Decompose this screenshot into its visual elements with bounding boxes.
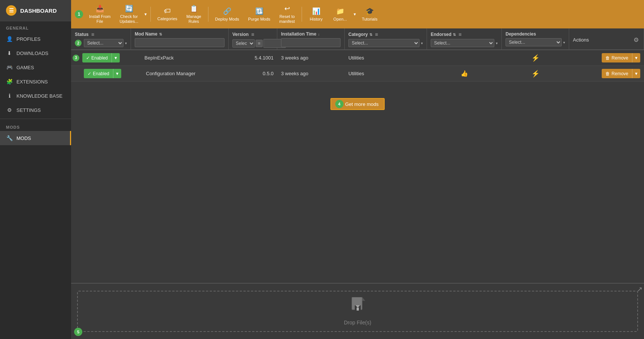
main-content: 1 📥 Install FromFile 🔄 Check forUpdates.… [71, 0, 644, 339]
td-installtime-1: 3 weeks ago [277, 53, 345, 63]
th-installtime-sort: ↓ [318, 32, 320, 36]
remove-button-2[interactable]: 🗑 Remove [602, 69, 632, 78]
remove-wrapper-1: 🗑 Remove ▾ [602, 53, 640, 62]
td-status-1: ✓ Enabled ▾ [81, 51, 141, 65]
th-dependencies-label: Dependencies [506, 31, 536, 37]
reset-to-manifest-icon: ↩ [284, 4, 290, 13]
sidebar-item-extensions[interactable]: 🧩 EXTENSIONS [0, 74, 71, 89]
th-version-filter-icon[interactable]: ≡ [250, 31, 255, 37]
enabled-wrapper-2: ✓ Enabled ▾ [84, 69, 121, 78]
purge-mods-button[interactable]: 🔃 Purge Mods [244, 5, 274, 24]
version-value-2: 0.5.0 [263, 71, 274, 76]
remove-dropdown-2[interactable]: ▾ [632, 69, 640, 78]
th-status: Status ≡ 2 Select... ▾ [71, 28, 131, 49]
installtime-value-1: 3 weeks ago [281, 55, 308, 61]
sidebar-item-label-profiles: PROFILES [16, 36, 40, 42]
td-dependencies-1: ⚡ [502, 52, 569, 64]
enabled-button-2[interactable]: ✓ Enabled [84, 69, 113, 78]
sidebar-item-mods[interactable]: 🔧 MODS [0, 131, 71, 145]
mods-icon: 🔧 [6, 135, 13, 141]
dependencies-icon-1[interactable]: ⚡ [531, 54, 540, 62]
deploy-mods-button[interactable]: 🔗 Deploy Mods [211, 5, 243, 24]
remove-button-1[interactable]: 🗑 Remove [602, 53, 632, 62]
badge-5: 5 [74, 328, 82, 336]
status-filter-select[interactable]: Select... [84, 39, 123, 47]
remove-dropdown-1[interactable]: ▾ [632, 53, 640, 62]
tutorials-icon: 🎓 [366, 7, 374, 15]
svg-rect-4 [357, 308, 359, 311]
enabled-label-2: Enabled [93, 71, 109, 76]
install-from-file-label: Install FromFile [89, 14, 110, 24]
extensions-icon: 🧩 [6, 78, 13, 85]
remove-wrapper-2: 🗑 Remove ▾ [602, 69, 640, 78]
th-endorsed-filter-icon[interactable]: ≡ [457, 31, 463, 37]
sidebar-item-knowledge-base[interactable]: ℹ KNOWLEDGE BASE [0, 89, 71, 103]
table-row: 3 ✓ Enabled ▾ BepInExPack 5.4.1001 [71, 50, 644, 66]
endorsed-dropdown-arrow: ▾ [496, 41, 498, 45]
open-dropdown[interactable]: ▾ [353, 10, 357, 18]
modname-filter-input[interactable] [135, 38, 225, 47]
manage-rules-button[interactable]: 📋 ManageRules [183, 2, 205, 26]
settings-icon: ⚙ [6, 107, 13, 113]
td-modname-1: BepInExPack [141, 53, 229, 63]
th-endorsed-label: Endorsed [431, 32, 451, 37]
category-filter-select[interactable]: Select... [348, 39, 419, 47]
enabled-wrapper-1: ✓ Enabled ▾ [82, 53, 120, 62]
deploy-mods-label: Deploy Mods [215, 17, 239, 22]
install-from-file-button[interactable]: 📥 Install FromFile [85, 2, 114, 26]
categories-button[interactable]: 🏷 Categories [154, 5, 181, 24]
profiles-icon: 👤 [6, 36, 13, 42]
sidebar-item-downloads[interactable]: ⬇ DOWNLOADS [0, 46, 71, 60]
sidebar-item-games[interactable]: 🎮 GAMES [0, 60, 71, 74]
dashboard-icon: ☰ [6, 5, 16, 16]
check-for-updates-button[interactable]: 🔄 Check forUpdates... [116, 2, 142, 26]
sidebar-item-settings[interactable]: ⚙ SETTINGS [0, 103, 71, 117]
enabled-button-1[interactable]: ✓ Enabled [82, 53, 112, 62]
expand-icon: ↗ [637, 285, 643, 293]
endorsed-filter-select[interactable]: Select... [431, 39, 494, 47]
open-button[interactable]: 📁 Open... [329, 5, 351, 24]
checkmark-icon-1: ✓ [86, 55, 90, 61]
category-dropdown-arrow: ▾ [421, 41, 423, 45]
purge-mods-label: Purge Mods [248, 17, 270, 22]
installtime-filter-input[interactable] [281, 38, 341, 47]
version-filter-select[interactable]: Select... [232, 39, 255, 48]
version-value-1: 5.4.1001 [254, 55, 274, 61]
get-more-wrapper: 4 🔖 Get more mods [71, 82, 644, 126]
toolbar-sep-1 [150, 7, 151, 22]
sidebar-item-profiles[interactable]: 👤 PROFILES [0, 32, 71, 46]
dependencies-icon-2[interactable]: ⚡ [531, 70, 540, 78]
get-more-mods-label: Get more mods [345, 101, 379, 107]
modname-value-2: Configuration Manager [146, 71, 195, 76]
enabled-dropdown-2[interactable]: ▾ [113, 69, 121, 78]
sidebar-logo[interactable]: ☰ DASHBOARD [0, 0, 71, 21]
dependencies-filter-select[interactable]: Select... [506, 38, 562, 46]
history-button[interactable]: 📊 History [305, 5, 327, 24]
th-endorsed: Endorsed ⇅ ≡ Select... ▾ [427, 28, 502, 49]
th-settings-icon[interactable]: ⚙ [632, 36, 640, 43]
categories-icon: 🏷 [164, 7, 171, 15]
drop-zone[interactable]: Drop File(s) [77, 291, 638, 332]
enabled-dropdown-1[interactable]: ▾ [112, 53, 120, 62]
th-category-filter-icon[interactable]: ≡ [374, 31, 379, 37]
table-area: Status ≡ 2 Select... ▾ Mod Name ⇅ [71, 28, 644, 339]
knowledge-base-icon: ℹ [6, 92, 13, 99]
version-equals-btn[interactable]: = [256, 40, 263, 47]
check-for-updates-dropdown[interactable]: ▾ [144, 10, 147, 18]
sidebar-item-label-extensions: EXTENSIONS [16, 79, 48, 85]
sidebar-item-label-knowledge-base: KNOWLEDGE BASE [16, 93, 62, 99]
td-version-2: 0.5.0 [229, 68, 277, 79]
categories-label: Categories [158, 16, 177, 21]
th-actions-label: Actions [573, 37, 589, 43]
reset-to-manifest-button[interactable]: ↩ Reset tomanifest [275, 2, 299, 26]
enabled-label-1: Enabled [91, 55, 108, 61]
td-installtime-2: 3 weeks ago [277, 68, 345, 79]
check-for-updates-label: Check forUpdates... [119, 14, 138, 24]
remove-label-2: Remove [611, 71, 628, 76]
status-dropdown-arrow: ▾ [125, 41, 127, 45]
tutorials-button[interactable]: 🎓 Tutorials [358, 5, 381, 24]
th-actions: Actions ⚙ [569, 28, 644, 49]
th-category-sort: ⇅ [369, 33, 372, 37]
td-version-1: 5.4.1001 [229, 53, 277, 63]
th-status-filter-icon[interactable]: ≡ [90, 31, 95, 37]
